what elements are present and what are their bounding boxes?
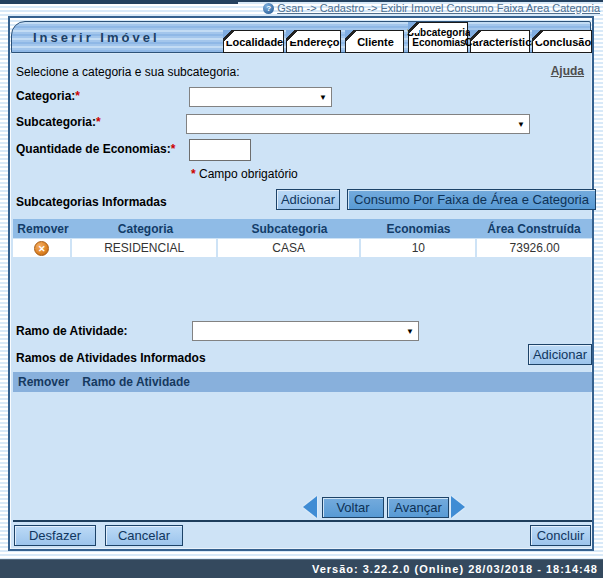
table-row: ✕ RESIDENCIAL CASA 10 73926.00	[13, 239, 592, 257]
remove-cell: ✕	[13, 239, 70, 257]
categoria-select[interactable]: ▼	[189, 87, 332, 107]
col-categoria: Categoria	[73, 222, 218, 236]
tab-caracteristica[interactable]: Característica	[470, 30, 530, 53]
version-footer: Versão: 3.22.2.0 (Online) 28/03/2018 - 1…	[0, 559, 603, 578]
col-remover: Remover	[18, 375, 69, 389]
subcategoria-label: Subcategoria:*	[16, 115, 101, 129]
ramos-section-label: Ramos de Atividades Informados	[16, 351, 206, 365]
categoria-label: Categoria:*	[16, 89, 80, 103]
col-remover: Remover	[13, 222, 73, 236]
consumo-faixa-button[interactable]: Consumo Por Faixa de Área e Categoria	[347, 189, 596, 210]
concluir-button[interactable]: Concluir	[530, 525, 591, 546]
breadcrumb-link[interactable]: Gsan -> Cadastro -> Exibir Imovel Consum…	[277, 2, 600, 14]
top-navy-block	[0, 0, 238, 4]
intro-text: Selecione a categoria e sua subcategoria…	[16, 65, 239, 79]
col-ramo-de-atividade: Ramo de Atividade	[82, 375, 190, 389]
help-icon[interactable]: ?	[263, 3, 274, 14]
subcategorias-section-label: Subcategorias Informadas	[16, 195, 167, 209]
page-title: Inserir Imóvel	[33, 30, 160, 45]
tab-cliente[interactable]: Cliente	[345, 30, 404, 53]
chevron-down-icon: ▼	[517, 120, 525, 129]
voltar-button[interactable]: Voltar	[322, 497, 384, 518]
tab-localidade[interactable]: Localidade	[223, 30, 284, 53]
ramo-label: Ramo de Atividade:	[16, 324, 128, 338]
required-asterisk: *	[171, 142, 176, 156]
previous-arrow-icon[interactable]	[303, 496, 317, 518]
area-cell: 73926.00	[477, 239, 592, 257]
desfazer-button[interactable]: Desfazer	[14, 525, 96, 546]
avancar-button[interactable]: Avançar	[387, 497, 449, 518]
tab-subcategoria-economias[interactable]: Subcategoria Economias	[408, 22, 468, 53]
subcategoria-cell: CASA	[218, 239, 360, 257]
ramo-select[interactable]: ▼	[192, 321, 419, 341]
remove-icon[interactable]: ✕	[34, 241, 49, 256]
chevron-down-icon: ▼	[319, 93, 327, 102]
tab-endereco[interactable]: Endereço	[286, 30, 341, 53]
required-asterisk: *	[96, 115, 101, 129]
chevron-down-icon: ▼	[406, 327, 414, 336]
breadcrumb: ? Gsan -> Cadastro -> Exibir Imovel Cons…	[263, 2, 600, 14]
subcategoria-select[interactable]: ▼	[186, 114, 530, 134]
col-area-construida: Área Construída	[476, 222, 592, 236]
button-separator	[13, 520, 592, 522]
col-subcategoria: Subcategoria	[218, 222, 361, 236]
subcategorias-table-header: Remover Categoria Subcategoria Economias…	[13, 219, 592, 238]
cancelar-button[interactable]: Cancelar	[105, 525, 183, 546]
tab-conclusao[interactable]: Conclusão	[532, 30, 592, 53]
col-economias: Economias	[361, 222, 476, 236]
adicionar-subcategoria-button[interactable]: Adicionar	[276, 189, 340, 210]
ramos-table-header: Remover Ramo de Atividade	[13, 372, 592, 392]
next-arrow-icon[interactable]	[451, 496, 465, 518]
quantidade-label: Quantidade de Economias:*	[16, 142, 175, 156]
required-note: * Campo obrigatório	[191, 167, 298, 181]
main-panel: Inserir Imóvel Localidade Endereço Clien…	[8, 16, 594, 551]
quantidade-input[interactable]	[189, 139, 251, 161]
economias-cell: 10	[361, 239, 475, 257]
adicionar-ramo-button[interactable]: Adicionar	[528, 344, 592, 365]
categoria-cell: RESIDENCIAL	[72, 239, 216, 257]
ajuda-link[interactable]: Ajuda	[551, 64, 584, 78]
required-asterisk: *	[75, 89, 80, 103]
